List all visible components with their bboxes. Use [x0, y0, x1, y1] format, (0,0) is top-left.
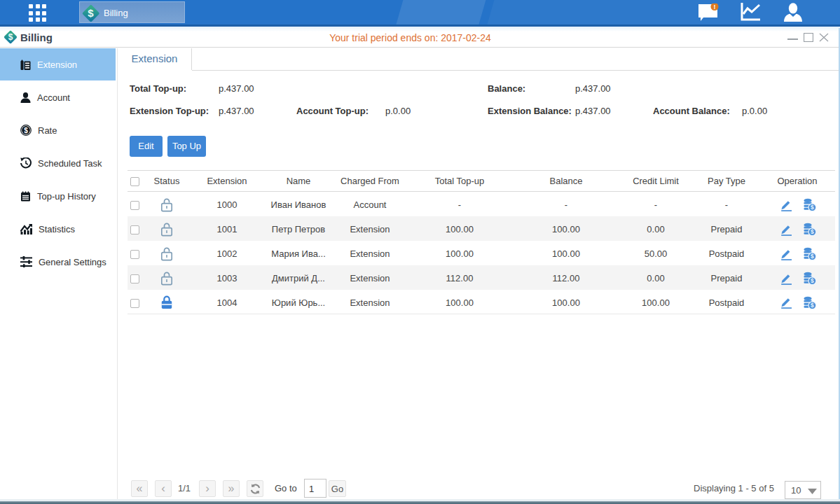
svg-text:!: ! — [714, 4, 716, 10]
svg-text:$: $ — [811, 302, 814, 309]
svg-text:$: $ — [24, 127, 28, 134]
svg-text:$: $ — [811, 204, 814, 211]
svg-text:$: $ — [811, 228, 814, 235]
svg-text:$: $ — [811, 253, 814, 260]
svg-text:$: $ — [811, 277, 814, 284]
